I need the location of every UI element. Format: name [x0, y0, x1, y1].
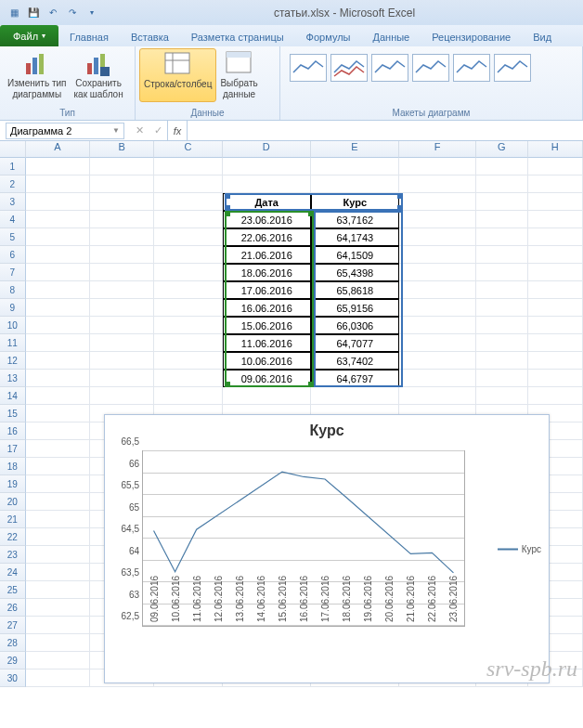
cell[interactable] [154, 299, 222, 317]
cell[interactable]: Дата [223, 193, 311, 211]
cell[interactable] [154, 193, 222, 211]
cell[interactable] [90, 158, 154, 176]
row-header[interactable]: 18 [0, 458, 26, 475]
tab-insert[interactable]: Вставка [120, 28, 180, 46]
cell[interactable] [476, 158, 527, 176]
cell[interactable] [476, 193, 527, 211]
cell[interactable] [154, 334, 222, 352]
cell[interactable] [399, 246, 476, 264]
row-header[interactable]: 5 [0, 228, 26, 246]
cell[interactable] [90, 264, 154, 281]
cell[interactable] [311, 158, 399, 176]
cell[interactable]: 10.06.2016 [223, 352, 311, 370]
col-header[interactable]: B [90, 141, 154, 158]
row-header[interactable]: 8 [0, 281, 26, 299]
cell[interactable] [154, 246, 222, 264]
cell[interactable] [90, 193, 154, 211]
cell[interactable] [476, 264, 527, 281]
cell[interactable] [399, 352, 476, 370]
cell[interactable] [26, 387, 90, 405]
cell[interactable] [528, 211, 583, 228]
tab-page-layout[interactable]: Разметка страницы [180, 28, 295, 46]
cell[interactable] [476, 211, 527, 228]
row-header[interactable]: 9 [0, 299, 26, 317]
enter-icon[interactable]: ✓ [149, 124, 167, 136]
col-header[interactable]: C [154, 141, 222, 158]
row-header[interactable]: 30 [0, 670, 26, 687]
cell[interactable]: 21.06.2016 [223, 246, 311, 264]
row-header[interactable]: 12 [0, 352, 26, 370]
row-header[interactable]: 28 [0, 634, 26, 652]
cell[interactable] [154, 211, 222, 228]
cell[interactable]: 23.06.2016 [223, 211, 311, 228]
cell[interactable] [26, 652, 90, 670]
cell[interactable] [476, 352, 527, 370]
cell[interactable] [399, 281, 476, 299]
cell[interactable]: 09.06.2016 [223, 370, 311, 387]
cell[interactable]: 63,7402 [311, 352, 399, 370]
cell[interactable] [476, 176, 527, 193]
cell[interactable] [528, 299, 583, 317]
tab-view[interactable]: Вид [522, 28, 563, 46]
cell[interactable] [90, 334, 154, 352]
cell[interactable] [476, 299, 527, 317]
cell[interactable] [26, 511, 90, 528]
formula-input[interactable] [188, 123, 583, 139]
cell[interactable] [399, 387, 476, 405]
cell[interactable] [26, 370, 90, 387]
cell[interactable] [528, 228, 583, 246]
tab-data[interactable]: Данные [361, 28, 421, 46]
cell[interactable] [528, 281, 583, 299]
cell[interactable]: 65,9156 [311, 299, 399, 317]
cell[interactable] [90, 370, 154, 387]
tab-review[interactable]: Рецензирование [421, 28, 522, 46]
select-all-cell[interactable] [0, 141, 26, 158]
cell[interactable]: 11.06.2016 [223, 334, 311, 352]
cell[interactable] [528, 387, 583, 405]
chart-layouts-gallery[interactable] [284, 48, 563, 82]
cell[interactable] [26, 176, 90, 193]
cell[interactable] [26, 634, 90, 652]
switch-row-column-button[interactable]: Строка/столбец [139, 48, 216, 102]
cell[interactable] [26, 211, 90, 228]
plot-area[interactable]: 62,56363,56464,56565,56666,509.06.201610… [142, 450, 465, 627]
cell[interactable] [311, 387, 399, 405]
row-header[interactable]: 21 [0, 511, 26, 528]
cell[interactable] [399, 158, 476, 176]
cell[interactable] [528, 264, 583, 281]
cell[interactable] [399, 228, 476, 246]
cell[interactable] [26, 564, 90, 581]
select-data-button[interactable]: Выбрать данные [216, 48, 261, 102]
cell[interactable] [223, 387, 311, 405]
cell[interactable] [90, 246, 154, 264]
chart-title[interactable]: Курс [105, 415, 549, 443]
cell[interactable] [154, 352, 222, 370]
row-header[interactable]: 27 [0, 617, 26, 634]
cell[interactable]: 15.06.2016 [223, 317, 311, 334]
cell[interactable] [90, 281, 154, 299]
fx-button[interactable]: fx [167, 121, 188, 140]
cell[interactable] [90, 299, 154, 317]
cell[interactable] [528, 370, 583, 387]
row-header[interactable]: 29 [0, 652, 26, 670]
cell[interactable]: 63,7162 [311, 211, 399, 228]
cell[interactable] [26, 422, 90, 440]
cell[interactable] [90, 352, 154, 370]
name-box[interactable]: Диаграмма 2▼ [6, 123, 124, 139]
cancel-icon[interactable]: ✕ [130, 124, 149, 136]
cell[interactable] [476, 246, 527, 264]
cell[interactable]: 17.06.2016 [223, 281, 311, 299]
cell[interactable] [154, 370, 222, 387]
cell[interactable] [399, 370, 476, 387]
cell[interactable] [26, 581, 90, 599]
col-header[interactable]: F [399, 141, 476, 158]
cell[interactable] [26, 299, 90, 317]
cell[interactable] [528, 193, 583, 211]
row-header[interactable]: 15 [0, 405, 26, 422]
cell[interactable] [26, 334, 90, 352]
legend[interactable]: Курс [498, 544, 541, 554]
cell[interactable] [311, 176, 399, 193]
cell[interactable]: 66,0306 [311, 317, 399, 334]
cell[interactable] [26, 440, 90, 458]
cell[interactable] [399, 211, 476, 228]
